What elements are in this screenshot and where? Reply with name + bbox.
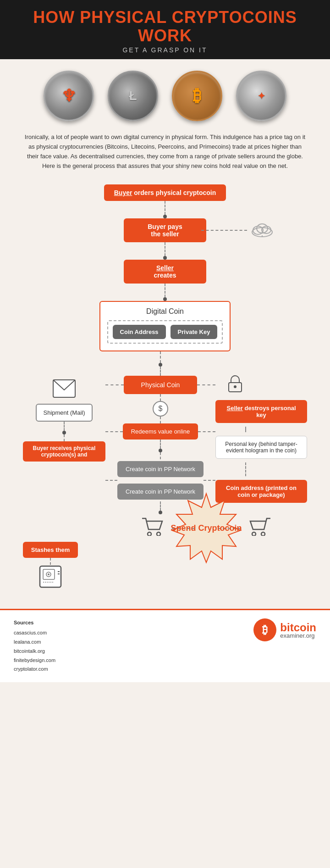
center-connector-4	[160, 417, 161, 423]
private-key-node: Private Key	[170, 325, 218, 339]
shipment-label: Shipment (Mail)	[43, 409, 85, 416]
bitcoin-org-text: examiner.org	[280, 632, 316, 639]
physical-coin-label: Physical Coin	[141, 381, 180, 389]
h-line-redeems-left	[105, 431, 123, 432]
coin-1-symbol: ♆	[61, 86, 76, 106]
personal-key-label: Personal key (behind tamper-evident holo…	[225, 441, 297, 454]
h-line-left	[105, 384, 124, 385]
coins-row: ♆ Ł ₿ ✦	[0, 59, 330, 128]
center-connector-6	[160, 452, 161, 459]
source-1: casascius.com	[14, 629, 55, 638]
svg-point-18	[157, 532, 160, 536]
source-3: bitcointalk.org	[14, 647, 55, 656]
redeems-label: Redeems value online	[131, 428, 190, 435]
dot-center-2	[159, 449, 162, 452]
svg-point-21	[261, 532, 265, 536]
digital-coin-box: Digital Coin Coin Address Private Key	[99, 301, 231, 351]
coin-address-node: Coin Address	[113, 325, 166, 339]
connector-3	[165, 284, 165, 297]
center-connector-5	[160, 440, 161, 449]
shipment-node: Shipment (Mail)	[36, 404, 92, 422]
pp-network-1-node: Create coin in PP Network	[117, 461, 204, 477]
source-5: cryptolator.com	[14, 665, 55, 674]
step2-node: Buyer paysthe seller	[124, 218, 206, 242]
dot-3	[163, 297, 167, 301]
physical-coin-node: Physical Coin	[124, 376, 197, 394]
right-connector-1	[245, 427, 246, 432]
bitcoin-circle-icon: ₿	[253, 618, 276, 641]
center-connector-1	[160, 351, 161, 363]
shipment-connector	[64, 422, 65, 431]
right-connector-2	[245, 462, 246, 476]
cloud-icon	[250, 219, 275, 241]
sources-col: Sources casascius.com lealana.com bitcoi…	[14, 618, 55, 674]
safe-icon	[38, 565, 62, 590]
main-title: HOW PHYSICAL CRYPTOCOINS WORK	[9, 8, 321, 45]
spend-label: Spend Cryptocoin	[170, 523, 242, 534]
center-connector-3	[160, 394, 161, 401]
svg-point-17	[148, 532, 151, 536]
stashes-label: Stashes them	[31, 546, 70, 553]
center-connector-2	[160, 367, 161, 376]
lock-icon	[227, 374, 243, 395]
dot-1	[163, 215, 167, 218]
h-line-pp-left	[105, 480, 117, 481]
connector-2	[165, 242, 165, 256]
coin-2-symbol: Ł	[129, 89, 137, 103]
svg-point-8	[234, 385, 236, 388]
mail-icon	[52, 379, 76, 400]
footer: Sources casascius.com lealana.com bitcoi…	[0, 609, 330, 682]
header: HOW PHYSICAL CRYPTOCOINS WORK GET A GRAS…	[0, 0, 330, 59]
digital-coin-label: Digital Coin	[107, 307, 223, 316]
stashes-node: Stashes them	[23, 542, 78, 558]
personal-key-node: Personal key (behind tamper-evident holo…	[215, 436, 307, 459]
coin-litecoin: Ł	[108, 71, 158, 121]
coin-primecoin: ♆	[44, 71, 94, 121]
step3-node: Sellercreates	[124, 260, 206, 284]
step1-node: Buyer orders physical cryptocoin	[104, 184, 226, 201]
h-line-redeems-right	[198, 431, 215, 432]
source-4: finitebydesign.com	[14, 656, 55, 665]
coin-3-symbol: ₿	[193, 86, 201, 106]
sources-title: Sources	[14, 618, 55, 628]
cloud-connector	[201, 230, 247, 231]
buyer-receives-label: Buyer receives physical cryptocoin(s) an…	[33, 445, 96, 458]
dot-shipment	[62, 431, 66, 434]
h-line-pp-right	[204, 480, 215, 481]
source-2: lealana.com	[14, 638, 55, 647]
svg-point-20	[252, 532, 256, 536]
bitcoin-examiner-logo: ₿ bitcoin examiner.org	[253, 618, 316, 641]
dollar-icon: $	[153, 401, 168, 417]
intro-text: Ironically, a lot of people want to own …	[0, 128, 330, 180]
dot-2	[163, 256, 167, 260]
connector-1	[165, 201, 165, 215]
svg-point-12	[48, 573, 50, 575]
subtitle: GET A GRASP ON IT	[9, 46, 321, 54]
coin-4-symbol: ✦	[258, 90, 265, 101]
buyer-receives-node: Buyer receives physical cryptocoin(s) an…	[23, 441, 105, 462]
flowchart: Buyer orders physical cryptocoin Buyer p…	[0, 180, 330, 609]
digital-coin-inner: Coin Address Private Key	[107, 320, 223, 344]
seller-destroys-node: Seller destroys personal key	[215, 400, 307, 423]
stashes-connector	[50, 558, 51, 565]
coin-cryptsy: ✦	[236, 71, 286, 121]
shipment-connector2	[64, 434, 65, 441]
coin-bitcoin: ₿	[172, 71, 222, 121]
h-line-right	[197, 384, 215, 385]
spend-cryptocoin-starburst: Spend Cryptocoin	[170, 491, 243, 565]
redeems-node: Redeems value online	[123, 423, 198, 440]
dot-center-1	[159, 363, 162, 367]
